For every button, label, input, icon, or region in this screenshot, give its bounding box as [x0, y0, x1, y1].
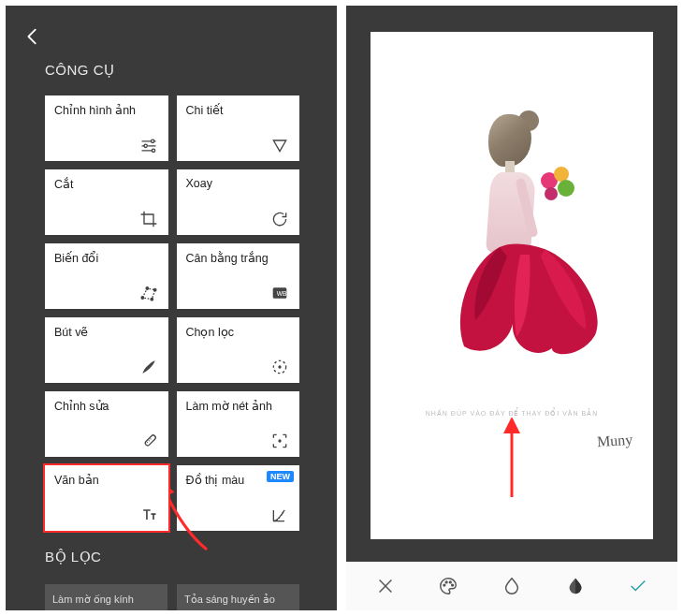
- image-canvas: NHẤN ĐÚP VÀO ĐÂY ĐỂ THAY ĐỔI VĂN BẢN Mun…: [371, 32, 653, 539]
- selective-icon: [269, 357, 290, 377]
- tool-details[interactable]: Chi tiết: [177, 95, 300, 161]
- svg-text:WB: WB: [277, 290, 287, 297]
- tool-label: Chỉnh hình ảnh: [54, 103, 159, 117]
- canvas-area[interactable]: NHẤN ĐÚP VÀO ĐÂY ĐỂ THAY ĐỔI VĂN BẢN Mun…: [346, 6, 677, 562]
- tool-label: Chỉnh sửa: [54, 399, 159, 413]
- text-placeholder[interactable]: NHẤN ĐÚP VÀO ĐÂY ĐỂ THAY ĐỔI VĂN BẢN: [371, 410, 653, 418]
- back-button[interactable]: [22, 26, 43, 52]
- filter-label: Tỏa sáng huyền ảo: [184, 594, 275, 606]
- svg-point-12: [278, 439, 281, 442]
- tool-rotate[interactable]: Xoay: [177, 169, 300, 235]
- svg-point-3: [141, 297, 144, 300]
- tool-selective[interactable]: Chọn lọc: [177, 317, 300, 383]
- svg-point-1: [144, 144, 147, 147]
- svg-point-2: [152, 149, 154, 152]
- tool-label: Cắt: [54, 177, 159, 191]
- tool-vignette[interactable]: Làm mờ nét ảnh: [177, 391, 300, 457]
- opacity-icon: [501, 576, 522, 596]
- filters-section-title: BỘ LỌC: [45, 549, 101, 565]
- check-icon: [628, 576, 648, 596]
- signature-text: Muny: [596, 432, 632, 451]
- tool-label: Chi tiết: [186, 103, 291, 117]
- font-style-button[interactable]: [559, 569, 592, 603]
- tool-label: Chọn lọc: [186, 325, 291, 339]
- text-toolbar: [346, 562, 677, 610]
- tools-panel-screen: CÔNG CỤ Chỉnh hình ảnh Chi tiết Cắt Xoay: [6, 6, 337, 610]
- tool-healing[interactable]: Chỉnh sửa: [45, 391, 168, 457]
- filter-label: Làm mờ ống kính: [52, 594, 134, 606]
- svg-point-10: [278, 365, 281, 368]
- new-badge: NEW: [267, 471, 294, 482]
- font-style-icon: [565, 576, 586, 596]
- svg-point-16: [450, 581, 452, 583]
- close-button[interactable]: [369, 569, 402, 603]
- brush-icon: [138, 357, 159, 377]
- tools-section-title: CÔNG CỤ: [45, 62, 115, 79]
- svg-point-4: [146, 287, 149, 290]
- tool-whitebalance[interactable]: Cân bằng trắng WB: [177, 243, 300, 309]
- color-button[interactable]: [431, 569, 465, 603]
- tool-tune[interactable]: Chỉnh hình ảnh: [45, 95, 168, 161]
- close-icon: [375, 576, 396, 596]
- svg-point-15: [446, 581, 448, 583]
- svg-point-14: [443, 584, 445, 586]
- tool-text[interactable]: Văn bản: [45, 465, 168, 531]
- tool-crop[interactable]: Cắt: [45, 169, 168, 235]
- curves-icon: [269, 505, 290, 525]
- healing-icon: [138, 431, 159, 451]
- details-icon: [269, 135, 290, 155]
- vignette-icon: [269, 431, 290, 451]
- filter-glamour-glow[interactable]: Tỏa sáng huyền ảo: [177, 584, 299, 610]
- svg-rect-11: [144, 434, 156, 447]
- opacity-button[interactable]: [495, 569, 529, 603]
- tool-label: Văn bản: [54, 473, 159, 487]
- tool-label: Biến đổi: [54, 251, 159, 265]
- palette-icon: [438, 576, 458, 596]
- tool-transform[interactable]: Biến đổi: [45, 243, 168, 309]
- svg-point-6: [151, 298, 153, 301]
- crop-icon: [138, 209, 159, 229]
- text-icon: [138, 505, 159, 525]
- filter-row: Làm mờ ống kính Tỏa sáng huyền ảo: [45, 584, 299, 610]
- whitebalance-icon: WB: [269, 283, 290, 303]
- tool-label: Xoay: [186, 177, 291, 190]
- tune-icon: [138, 135, 159, 155]
- tool-grid: Chỉnh hình ảnh Chi tiết Cắt Xoay Biến đổ: [45, 95, 299, 531]
- text-edit-screen: NHẤN ĐÚP VÀO ĐÂY ĐỂ THAY ĐỔI VĂN BẢN Mun…: [346, 6, 677, 610]
- svg-point-17: [452, 584, 454, 586]
- tool-label: Cân bằng trắng: [186, 251, 291, 265]
- rotate-icon: [269, 209, 290, 229]
- filter-lens-blur[interactable]: Làm mờ ống kính: [45, 584, 167, 610]
- transform-icon: [138, 283, 159, 303]
- svg-point-0: [151, 139, 153, 142]
- tool-curves[interactable]: NEW Đồ thị màu: [177, 465, 300, 531]
- illustration: [460, 114, 582, 358]
- svg-point-5: [153, 288, 156, 291]
- tool-label: Bút vẽ: [54, 325, 159, 339]
- tool-label: Làm mờ nét ảnh: [186, 399, 291, 413]
- confirm-button[interactable]: [621, 569, 655, 603]
- annotation-arrow-icon: [498, 418, 526, 502]
- tool-brush[interactable]: Bút vẽ: [45, 317, 168, 383]
